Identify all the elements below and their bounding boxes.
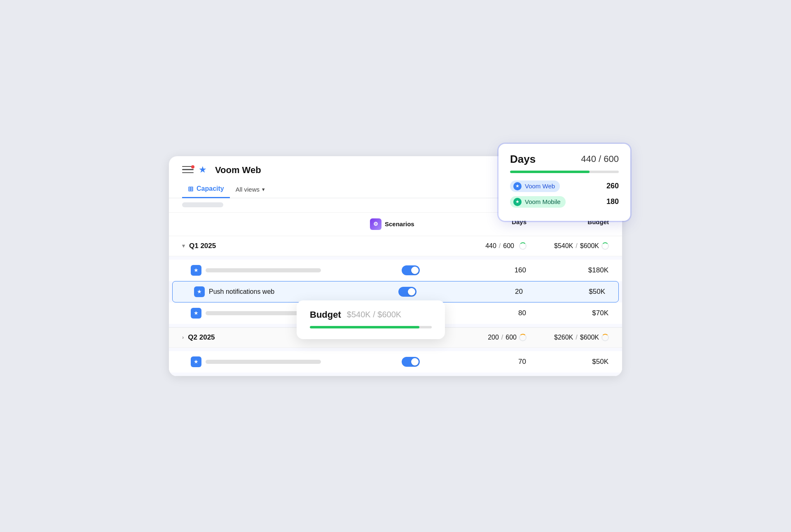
days-progress-bar	[510, 171, 619, 173]
feature-3-star-icon: ★	[191, 308, 201, 319]
page-title: Voom Web	[215, 165, 261, 176]
col-header-scenarios: ⚙ Scenarios	[370, 218, 452, 230]
feature-1-name-bar	[206, 268, 321, 272]
feature-2-star-icon: ★	[194, 286, 205, 297]
days-tooltip-row-voom-web: ★ Voom Web 260	[510, 180, 619, 192]
q1-feature-row-2: ★ Push notifications web 20 $50K	[172, 281, 619, 302]
voom-mobile-badge: ★ Voom Mobile	[510, 196, 566, 208]
q1-chevron-icon[interactable]: ▾	[182, 243, 185, 249]
days-tooltip-title: Days	[510, 153, 536, 166]
q2-feature-row-1: ★ 70 $50K	[169, 351, 622, 373]
q2-features-group: ★ 70 $50K	[169, 348, 622, 376]
q2-feature-1-star-icon: ★	[191, 356, 201, 367]
voom-web-badge: ★ Voom Web	[510, 180, 560, 192]
budget-progress-fill	[310, 326, 419, 328]
days-tooltip-value: 440 / 600	[581, 154, 619, 164]
feature-1-star-icon: ★	[191, 265, 201, 276]
feature-2-name: Push notifications web	[209, 288, 274, 295]
q1-feature-2-label: ★ Push notifications web	[194, 286, 366, 297]
feature-1-budget: $180K	[526, 266, 608, 274]
table-container: ⚙ Scenarios Days Budget ▾ Q1 2025 440 / …	[169, 198, 622, 376]
q1-feature-row-1: ★ 160 $180K	[169, 260, 622, 281]
voom-web-days-value: 260	[606, 182, 619, 190]
feature-2-toggle[interactable]	[398, 287, 417, 297]
tab-capacity[interactable]: ⊞ Capacity	[182, 181, 230, 198]
voom-web-badge-icon: ★	[513, 182, 522, 190]
q2-feature-1-toggle-col	[370, 357, 452, 367]
budget-tooltip-value: $540K / $600K	[347, 310, 401, 319]
feature-2-toggle-col	[366, 287, 449, 297]
q1-days-spinner	[519, 242, 527, 250]
feature-1-toggle-col	[370, 265, 452, 275]
voom-mobile-days-value: 180	[606, 197, 619, 206]
all-views-button[interactable]: All views ▾	[230, 183, 271, 196]
budget-progress-bar	[310, 326, 432, 328]
filter-pill	[182, 202, 223, 207]
feature-2-days: 20	[449, 288, 523, 296]
days-tooltip-row-voom-mobile: ★ Voom Mobile 180	[510, 196, 619, 208]
q2-feature-1-name-bar	[206, 360, 321, 364]
notification-dot	[191, 165, 194, 169]
voom-mobile-badge-icon: ★	[513, 198, 522, 206]
q2-feature-1-toggle[interactable]	[402, 357, 420, 367]
feature-3-days: 80	[452, 309, 526, 317]
q2-days-spinner	[519, 334, 527, 341]
project-star-icon: ★	[199, 164, 210, 176]
q1-budget-spinner	[601, 242, 609, 250]
feature-1-toggle[interactable]	[402, 265, 420, 275]
q1-budget: $540K / $600K	[527, 242, 609, 250]
budget-tooltip-title: Budget	[310, 309, 341, 320]
feature-1-days: 160	[452, 266, 526, 274]
col-header-name	[182, 218, 370, 230]
feature-2-budget: $50K	[523, 288, 605, 296]
q2-budget: $260K / $600K	[527, 334, 609, 341]
q2-budget-spinner	[601, 334, 609, 341]
quarter-row-q1: ▾ Q1 2025 440 / 600 $540K / $600K	[169, 236, 622, 256]
q1-days: 440 / 600	[452, 242, 527, 250]
capacity-tab-icon: ⊞	[188, 185, 193, 193]
q2-feature-1-budget: $50K	[526, 358, 608, 366]
days-progress-fill	[510, 171, 590, 173]
q1-label: ▾ Q1 2025	[182, 242, 370, 250]
days-tooltip: Days 440 / 600 ★ Voom Web 260 ★ Voom Mob…	[498, 144, 630, 221]
q2-chevron-icon[interactable]: ›	[182, 334, 184, 340]
q2-feature-1-label: ★	[191, 356, 370, 367]
scenarios-icon: ⚙	[370, 218, 381, 230]
q2-days: 200 / 600	[452, 334, 527, 341]
feature-3-budget: $70K	[526, 309, 608, 317]
chevron-down-icon: ▾	[262, 186, 265, 192]
budget-tooltip: Budget $540K / $600K	[297, 300, 445, 339]
q2-feature-1-days: 70	[452, 358, 526, 366]
menu-button[interactable]	[182, 166, 194, 174]
q1-feature-1-label: ★	[191, 265, 370, 276]
